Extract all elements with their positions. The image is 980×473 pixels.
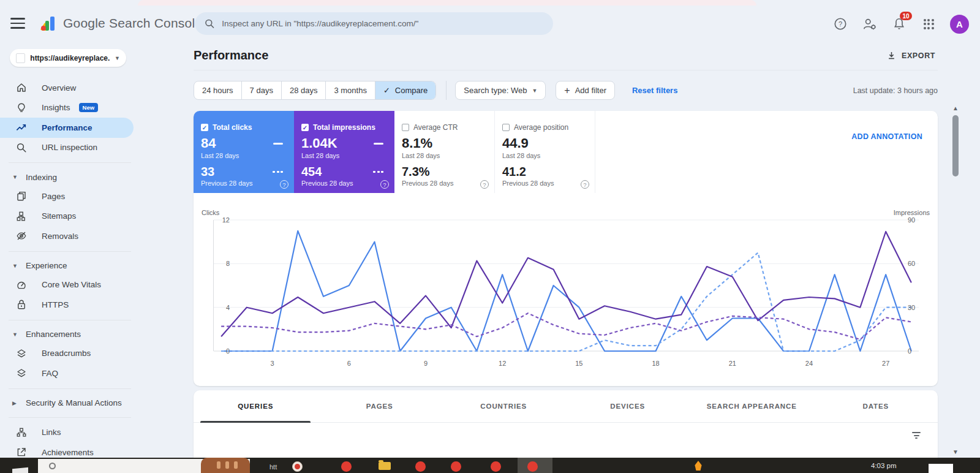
- chip-24-hours[interactable]: 24 hours: [194, 81, 242, 99]
- account-avatar[interactable]: A: [950, 15, 969, 34]
- sidebar-item-faq[interactable]: FAQ: [0, 363, 184, 384]
- metric-card-total-clicks[interactable]: ✓ Total clicks 84 Last 28 days 33 Previo…: [194, 111, 294, 193]
- sidebar-item-label: HTTPS: [42, 300, 69, 309]
- sidebar-section-security-manual-actions[interactable]: ▶ Security & Manual Actions: [0, 394, 184, 412]
- scrollbar-thumb[interactable]: [952, 115, 959, 176]
- user-settings-icon[interactable]: [862, 16, 878, 32]
- x-axis-tick: 15: [575, 360, 582, 367]
- app-logo[interactable]: Google Search Console: [39, 15, 202, 32]
- sidebar-item-core-web-vitals[interactable]: Core Web Vitals: [0, 275, 184, 295]
- sidebar-section-experience[interactable]: ▼ Experience: [0, 257, 184, 275]
- add-filter-button[interactable]: + Add filter: [556, 81, 615, 100]
- taskbar-app-icon[interactable]: [341, 461, 352, 472]
- metric-card-average-position[interactable]: Average position 44.9 Last 28 days 41.2 …: [495, 111, 595, 193]
- performance-card: ✓ Total clicks 84 Last 28 days 33 Previo…: [194, 111, 938, 386]
- external-link-icon: [15, 447, 27, 458]
- reset-filters-link[interactable]: Reset filters: [632, 86, 677, 95]
- page-scrollbar[interactable]: ▲ ▼: [951, 104, 960, 456]
- taskbar-app-icon[interactable]: [292, 461, 303, 472]
- x-axis-tick: 3: [271, 360, 274, 367]
- property-selector[interactable]: https://audikeyreplace... ▼: [10, 49, 126, 67]
- checkbox-unchecked-icon[interactable]: [402, 124, 409, 131]
- export-button[interactable]: EXPORT: [887, 51, 938, 60]
- taskbar-thumbnail-image[interactable]: [201, 458, 250, 473]
- taskbar-app-icon[interactable]: [694, 461, 703, 471]
- sidebar-item-insights[interactable]: Insights New: [0, 98, 184, 118]
- sidebar-section-enhancements[interactable]: ▼ Enhancements: [0, 325, 184, 344]
- scroll-up-arrow-icon[interactable]: ▲: [951, 104, 960, 113]
- search-type-dropdown[interactable]: Search type: Web ▼: [455, 81, 546, 100]
- sidebar-item-performance[interactable]: Performance: [0, 118, 134, 138]
- sidebar-item-url-inspection[interactable]: URL inspection: [0, 138, 184, 158]
- checkbox-checked-icon[interactable]: ✓: [301, 124, 309, 131]
- help-icon[interactable]: ?: [581, 180, 589, 189]
- chip-28-days[interactable]: 28 days: [282, 81, 326, 99]
- tab-search-appearance[interactable]: SEARCH APPEARANCE: [690, 390, 814, 422]
- tab-pages[interactable]: PAGES: [318, 390, 442, 422]
- sidebar-item-label: Insights: [42, 103, 70, 112]
- taskbar-app-icon[interactable]: [527, 461, 538, 472]
- chart-line-clicks-current: [221, 231, 911, 351]
- taskbar-app-icon[interactable]: [491, 461, 501, 472]
- sidebar-section-indexing[interactable]: ▼ Indexing: [0, 168, 184, 186]
- folder-icon[interactable]: [379, 462, 391, 470]
- performance-trend-icon: [15, 122, 27, 134]
- taskbar-clock: 4:03 pm: [871, 462, 897, 469]
- taskbar-notification-fragment: [929, 464, 953, 473]
- checkbox-checked-icon[interactable]: ✓: [201, 124, 208, 131]
- sidebar-divider: [9, 320, 131, 320]
- chart-plot-area[interactable]: 128409060300369121518212427: [213, 220, 919, 351]
- magnifier-icon: [15, 142, 27, 153]
- sidebar-item-sitemaps[interactable]: Sitemaps: [0, 206, 184, 227]
- check-icon: ✓: [383, 86, 390, 95]
- chip-7-days[interactable]: 7 days: [242, 81, 282, 99]
- lock-icon: [15, 299, 27, 311]
- taskbar-app-icon[interactable]: [415, 461, 426, 472]
- scroll-down-arrow-icon[interactable]: ▼: [951, 448, 960, 456]
- help-icon[interactable]: ?: [280, 180, 288, 189]
- checkbox-unchecked-icon[interactable]: [502, 124, 510, 131]
- sidebar-item-breadcrumbs[interactable]: Breadcrumbs: [0, 344, 184, 364]
- sitemap-icon: [15, 210, 27, 222]
- sidebar-item-label: Sitemaps: [42, 211, 76, 221]
- sidebar-item-label: Overview: [42, 83, 76, 93]
- chevron-down-icon: ▼: [12, 174, 18, 180]
- metric-card-total-impressions[interactable]: ✓ Total impressions 1.04K Last 28 days 4…: [294, 111, 394, 193]
- main-content: Performance EXPORT 24 hours 7 days 28 da…: [194, 41, 938, 464]
- right-axis-tick: 90: [908, 216, 921, 224]
- chevron-down-icon: ▼: [12, 263, 18, 269]
- chip-compare[interactable]: ✓ Compare: [375, 81, 435, 99]
- start-button-icon[interactable]: [12, 467, 28, 473]
- sidebar-item-removals[interactable]: Removals: [0, 226, 184, 246]
- tab-countries[interactable]: COUNTRIES: [442, 390, 566, 422]
- url-inspect-search-bar[interactable]: [195, 12, 553, 35]
- tab-queries[interactable]: QUERIES: [194, 390, 318, 422]
- sidebar-item-pages[interactable]: Pages: [0, 186, 184, 206]
- url-inspect-input[interactable]: [222, 19, 543, 28]
- sidebar-item-links[interactable]: Links: [0, 423, 184, 443]
- help-icon[interactable]: ?: [480, 180, 489, 189]
- help-icon[interactable]: ?: [832, 16, 848, 32]
- tab-dates[interactable]: DATES: [814, 390, 938, 422]
- taskbar-app-icon[interactable]: [49, 463, 56, 469]
- taskbar-app-icon[interactable]: [451, 461, 461, 472]
- apps-grid-icon[interactable]: [921, 16, 937, 32]
- right-axis-tick: 60: [908, 260, 921, 267]
- help-icon[interactable]: ?: [380, 180, 389, 189]
- dashed-line-legend-icon: [273, 171, 283, 173]
- taskbar-window-label: htt: [270, 463, 277, 471]
- tab-devices[interactable]: DEVICES: [566, 390, 690, 422]
- metric-card-average-ctr[interactable]: Average CTR 8.1% Last 28 days 7.3% Previ…: [394, 111, 495, 193]
- table-filter-icon[interactable]: [911, 432, 921, 439]
- hamburger-menu-icon[interactable]: [10, 16, 25, 31]
- notifications-bell-icon[interactable]: 10: [891, 16, 907, 32]
- sidebar-item-overview[interactable]: Overview: [0, 78, 184, 98]
- export-label: EXPORT: [902, 51, 935, 60]
- sidebar-item-https[interactable]: HTTPS: [0, 295, 184, 315]
- add-filter-label: Add filter: [575, 86, 606, 95]
- metric-primary-value: 44.9: [502, 137, 529, 150]
- chip-3-months[interactable]: 3 months: [326, 81, 375, 99]
- sidebar-item-label: Pages: [42, 192, 65, 201]
- add-annotation-link[interactable]: ADD ANNOTATION: [851, 132, 922, 141]
- layers-icon: [15, 347, 27, 359]
